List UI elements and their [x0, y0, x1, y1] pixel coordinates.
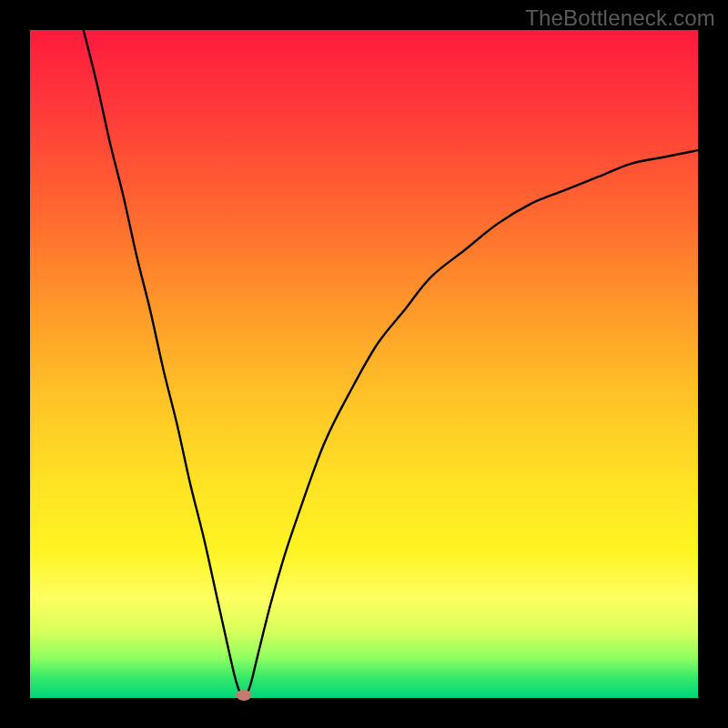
plot-area [30, 30, 698, 698]
optimal-point-marker [236, 690, 251, 701]
bottleneck-curve [30, 30, 698, 698]
watermark-text: TheBottleneck.com [525, 5, 715, 31]
chart-frame: TheBottleneck.com [0, 0, 728, 728]
